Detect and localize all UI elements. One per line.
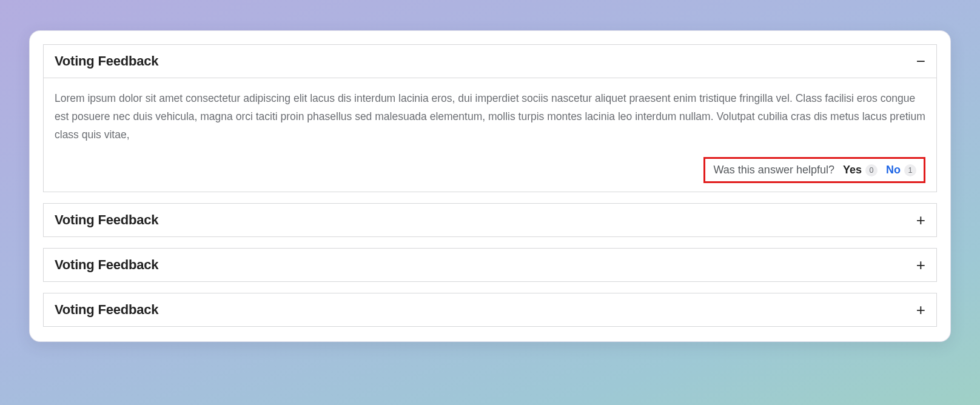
plus-icon: + bbox=[916, 302, 925, 318]
vote-yes-count: 0 bbox=[865, 164, 878, 176]
vote-yes-label: Yes bbox=[843, 164, 862, 176]
accordion-header[interactable]: Voting Feedback − bbox=[44, 45, 936, 78]
vote-no-button[interactable]: No 1 bbox=[886, 164, 916, 176]
accordion-item: Voting Feedback + bbox=[43, 293, 937, 327]
accordion-header[interactable]: Voting Feedback + bbox=[44, 204, 936, 236]
accordion-item: Voting Feedback − Lorem ipsum dolor sit … bbox=[43, 44, 937, 192]
vote-no-count: 1 bbox=[904, 164, 916, 176]
accordion-title: Voting Feedback bbox=[55, 212, 158, 228]
accordion-header[interactable]: Voting Feedback + bbox=[44, 293, 936, 326]
accordion-title: Voting Feedback bbox=[55, 257, 158, 273]
card: Voting Feedback − Lorem ipsum dolor sit … bbox=[29, 30, 951, 342]
plus-icon: + bbox=[916, 212, 925, 228]
accordion-item: Voting Feedback + bbox=[43, 248, 937, 282]
accordion-header[interactable]: Voting Feedback + bbox=[44, 249, 936, 281]
feedback-prompt: Was this answer helpful? bbox=[714, 164, 834, 176]
feedback-box: Was this answer helpful? Yes 0 No 1 bbox=[703, 157, 925, 183]
feedback-row: Was this answer helpful? Yes 0 No 1 bbox=[55, 157, 925, 183]
vote-yes-button[interactable]: Yes 0 bbox=[843, 164, 878, 176]
accordion-body-text: Lorem ipsum dolor sit amet consectetur a… bbox=[55, 89, 925, 144]
accordion-title: Voting Feedback bbox=[55, 53, 158, 69]
accordion: Voting Feedback − Lorem ipsum dolor sit … bbox=[43, 44, 937, 327]
accordion-title: Voting Feedback bbox=[55, 302, 158, 318]
minus-icon: − bbox=[916, 53, 925, 69]
accordion-body: Lorem ipsum dolor sit amet consectetur a… bbox=[44, 78, 936, 192]
accordion-item: Voting Feedback + bbox=[43, 203, 937, 237]
plus-icon: + bbox=[916, 257, 925, 273]
vote-no-label: No bbox=[886, 164, 901, 176]
